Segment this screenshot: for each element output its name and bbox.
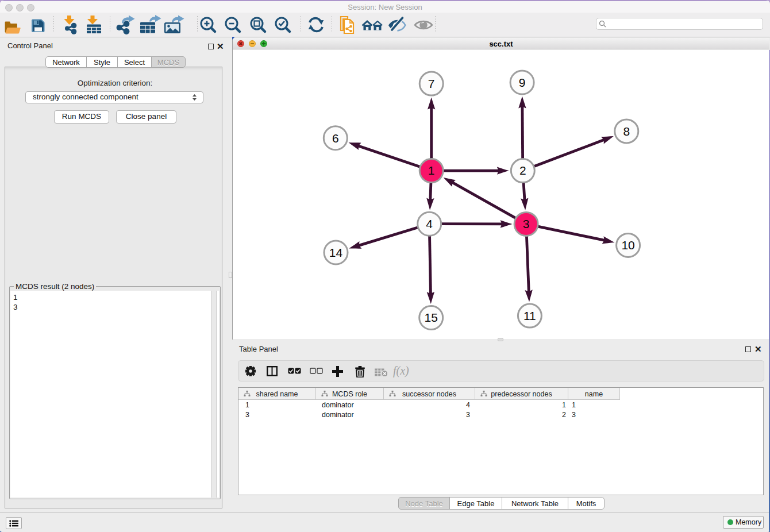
svg-text:15: 15 [425, 311, 438, 324]
svg-text:6: 6 [332, 132, 339, 145]
svg-text:9: 9 [519, 76, 526, 89]
svg-text:3: 3 [523, 217, 530, 230]
svg-text:11: 11 [523, 309, 536, 322]
svg-text:2: 2 [519, 164, 526, 177]
svg-text:8: 8 [623, 125, 630, 138]
svg-text:14: 14 [329, 246, 343, 259]
svg-text:7: 7 [428, 77, 435, 90]
svg-text:4: 4 [426, 217, 433, 230]
svg-text:10: 10 [621, 238, 634, 252]
svg-text:1: 1 [428, 164, 435, 177]
